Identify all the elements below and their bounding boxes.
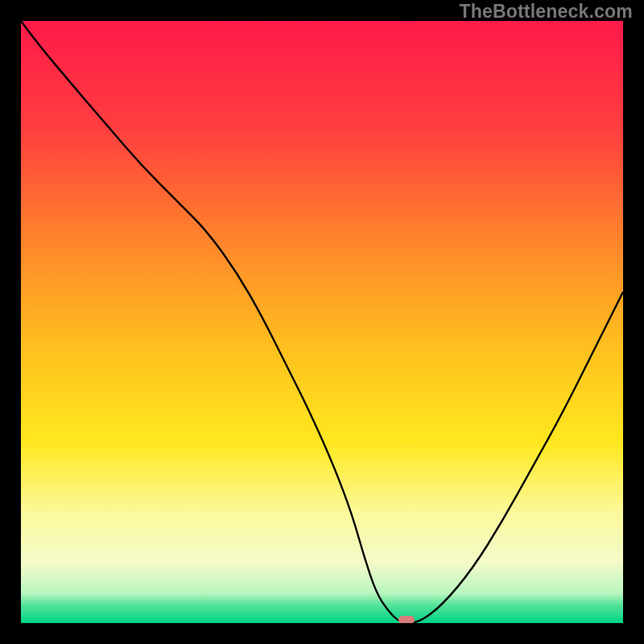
plot-area [21, 21, 623, 623]
chart-frame: TheBottleneck.com [0, 0, 644, 644]
watermark-text: TheBottleneck.com [459, 1, 633, 23]
optimum-marker [398, 616, 415, 623]
chart-svg [21, 21, 623, 623]
gradient-background [21, 21, 623, 623]
